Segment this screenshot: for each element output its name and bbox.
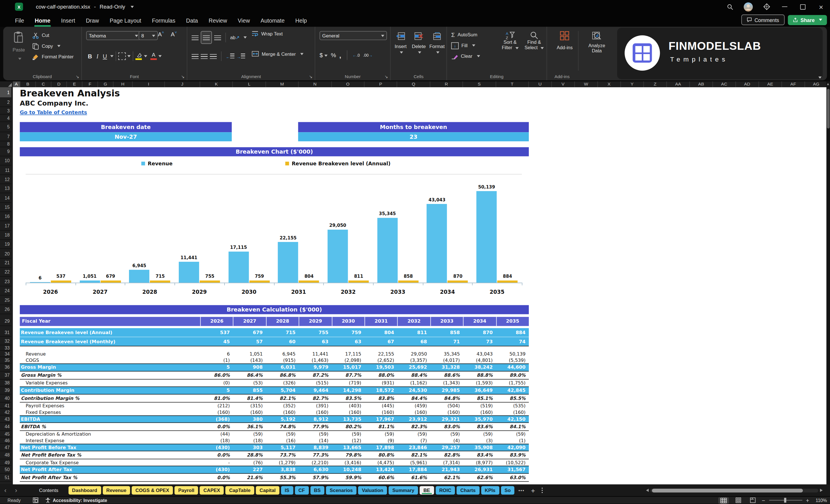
autosum-button[interactable]: Σ AutoSum	[451, 29, 480, 40]
table-cell[interactable]: (143)	[233, 357, 266, 363]
zoom-slider-thumb[interactable]	[784, 498, 786, 503]
table-cell[interactable]: (4,017)	[430, 357, 463, 363]
fiscal-year-2026[interactable]: 2026	[200, 317, 233, 326]
table-cell[interactable]: 38,242	[463, 364, 496, 371]
table-cell[interactable]: (59)	[430, 431, 463, 437]
row-header-44[interactable]: 44	[0, 423, 11, 431]
table-cell[interactable]: (430)	[200, 444, 233, 450]
row-header-46[interactable]: 46	[0, 437, 11, 444]
row-header-26[interactable]: 26	[0, 305, 11, 314]
row-header-14[interactable]: 14	[0, 193, 11, 203]
table-cell[interactable]: 29,985	[430, 387, 463, 394]
sort-filter-button[interactable]: AZ Sort & Filter	[498, 31, 522, 51]
table-cell[interactable]: (44)	[200, 431, 233, 437]
table-cell[interactable]: (160)	[299, 409, 332, 415]
menu-tab-data[interactable]: Data	[181, 14, 203, 25]
scroll-right-icon[interactable]	[820, 489, 823, 492]
table-cell[interactable]: (59)	[364, 431, 397, 437]
merge-center-button[interactable]: Merge & Center	[252, 51, 304, 57]
table-cell[interactable]: (2,098)	[331, 357, 364, 363]
table-cell[interactable]: (445)	[364, 403, 397, 409]
table-cell[interactable]: 17,898	[364, 444, 397, 450]
table-cell[interactable]: (8,977)	[463, 460, 496, 466]
table-cell[interactable]: 715	[266, 328, 299, 337]
table-cell[interactable]: 5	[200, 364, 233, 371]
share-button[interactable]: Share	[788, 14, 827, 25]
table-cell[interactable]: 31,567	[496, 466, 529, 473]
column-header-Z[interactable]: Z	[644, 81, 667, 87]
table-cell[interactable]: 227	[233, 466, 266, 473]
row-header-20[interactable]: 20	[0, 249, 11, 259]
table-cell[interactable]: (519)	[463, 403, 496, 409]
row-header-24[interactable]: 24	[0, 286, 11, 295]
sheet-tab-captable[interactable]: CapTable	[225, 486, 254, 495]
table-cell[interactable]: 63.0%	[496, 474, 529, 481]
grow-font-button[interactable]: A˄	[158, 31, 164, 37]
italic-button[interactable]: I	[94, 53, 101, 59]
table-cell[interactable]: 36,649	[463, 387, 496, 394]
menu-tab-help[interactable]: Help	[290, 14, 312, 25]
table-cell[interactable]: (16)	[266, 437, 299, 444]
table-cell[interactable]: 10,248	[331, 466, 364, 473]
table-cell[interactable]: (59)	[496, 431, 529, 437]
column-header-O[interactable]: O	[331, 81, 364, 87]
comments-button[interactable]: Comments	[741, 14, 784, 25]
table-cell[interactable]: 35,345	[430, 351, 463, 357]
table-cell[interactable]: (1,343)	[430, 380, 463, 386]
table-cell[interactable]: (326)	[266, 380, 299, 386]
table-cell[interactable]: 759	[331, 328, 364, 337]
table-cell[interactable]: (719)	[331, 380, 364, 386]
table-cell[interactable]: 88.6%	[430, 372, 463, 379]
table-cell[interactable]: (212)	[200, 403, 233, 409]
table-cell[interactable]: 86.8%	[266, 372, 299, 379]
fiscal-year-2029[interactable]: 2029	[299, 317, 332, 326]
row-header-31[interactable]: 31	[0, 328, 11, 337]
row-header-42[interactable]: 42	[0, 409, 11, 415]
decrease-decimal-icon[interactable]: .00→	[363, 53, 373, 58]
font-color-button[interactable]: A	[151, 52, 157, 60]
table-cell[interactable]: 19,503	[364, 364, 397, 371]
table-cell[interactable]: 908	[233, 364, 266, 371]
column-header-AF[interactable]: AF	[782, 81, 805, 87]
table-cell[interactable]: 44,600	[496, 364, 529, 371]
sheet-tab-kpis[interactable]: KPIs	[481, 486, 499, 495]
sheet-tab-payroll[interactable]: Payroll	[174, 486, 198, 495]
row-header-51[interactable]: 51	[0, 474, 11, 482]
menu-tab-draw[interactable]: Draw	[81, 14, 104, 25]
copy-button[interactable]: Copy	[32, 41, 73, 51]
orientation-button[interactable]: ab↗	[230, 35, 240, 40]
column-header-AG[interactable]: AG	[805, 81, 826, 87]
align-left-icon[interactable]	[192, 54, 198, 59]
table-cell[interactable]: 62.1%	[430, 474, 463, 481]
sheet-tab-bs[interactable]: BS	[310, 486, 324, 495]
table-cell[interactable]: (3)	[463, 437, 496, 444]
table-cell[interactable]: (160)	[200, 409, 233, 415]
table-cell[interactable]: (160)	[430, 409, 463, 415]
font-dialog-launcher-icon[interactable]: ↘	[181, 74, 185, 79]
table-cell[interactable]: 29,257	[430, 444, 463, 450]
align-middle-icon[interactable]	[201, 31, 212, 44]
sheet-tab-capex[interactable]: CAPEX	[200, 486, 224, 495]
table-cell[interactable]: 84.4%	[397, 395, 430, 402]
row-header-9[interactable]: 9	[0, 147, 11, 156]
menu-tab-view[interactable]: View	[232, 14, 255, 25]
format-cells-button[interactable]: Format	[428, 32, 446, 54]
column-header-AB[interactable]: AB	[690, 81, 713, 87]
paste-button[interactable]: Paste	[8, 31, 29, 63]
orientation-chevron-icon[interactable]	[244, 36, 247, 38]
table-cell[interactable]: 13,735	[331, 416, 364, 422]
table-cell[interactable]: 85.5%	[496, 395, 529, 402]
table-cell[interactable]: (0)	[200, 380, 233, 386]
zoom-out-button[interactable]: −	[762, 497, 765, 503]
tab-options-icon[interactable]	[538, 488, 546, 493]
table-cell[interactable]: 82.8%	[430, 451, 463, 459]
row-header-23[interactable]: 23	[0, 277, 11, 287]
row-header-8[interactable]: 8	[0, 141, 11, 147]
sheet-tab-cogs-opex[interactable]: COGS & OPEX	[132, 486, 173, 495]
table-cell[interactable]: 57	[233, 337, 266, 346]
column-header-AE[interactable]: AE	[759, 81, 782, 87]
column-header-D[interactable]: D	[52, 81, 67, 87]
table-cell[interactable]: 42,845	[496, 387, 529, 394]
table-cell[interactable]: (2,210)	[299, 460, 332, 466]
column-header-E[interactable]: E	[67, 81, 83, 87]
